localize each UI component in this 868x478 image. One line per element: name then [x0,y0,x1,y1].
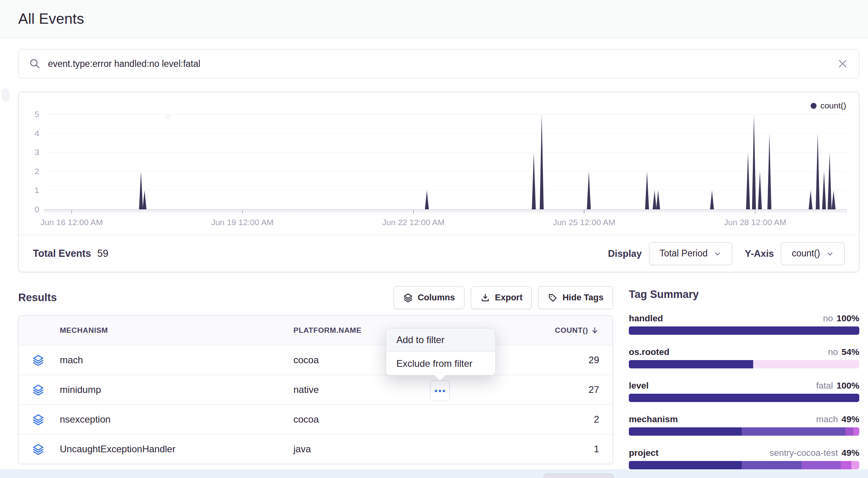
tag-top-value: no [823,313,833,324]
x-axis-tick-label: Jun 25 12:00 AM [553,218,615,227]
tag-bar-segment [853,427,859,436]
tag-name: project [629,448,659,458]
cell-platform-name[interactable]: cocoa [293,414,508,425]
cell-mechanism[interactable]: nsexception [60,414,293,425]
chart-spike [143,190,147,209]
results-table-body: machcocoa29 minidumpnative27 nsexception… [19,345,613,464]
events-chart[interactable]: 012345Jun 16 12:00 AMJun 19 12:00 AMJun … [19,92,859,235]
tag-distribution-bar[interactable] [629,461,859,469]
column-header-count-sorted[interactable]: COUNT() [508,326,599,335]
display-label: Display [608,248,641,259]
hide-tags-button-label: Hide Tags [562,292,603,303]
y-axis-tick-label: 1 [34,186,39,195]
cell-platform-name[interactable]: java [293,444,508,455]
chart-canvas: 012345Jun 16 12:00 AMJun 19 12:00 AMJun … [19,92,859,235]
page-header: All Events [0,0,868,38]
dot-icon [439,390,441,392]
table-row[interactable]: nsexceptioncocoa2 [19,404,613,434]
tag-bar-segment [629,427,742,436]
y-axis-tick-label: 4 [34,129,39,138]
columns-button[interactable]: Columns [394,286,464,309]
tag-bar-segment [742,427,845,436]
table-row[interactable]: UncaughtExceptionHandlerjava1 [19,434,613,464]
display-select-value: Total Period [660,248,708,259]
tag-distribution-bar[interactable] [629,394,859,402]
chart-spike [425,190,429,209]
tag-bar-segment [629,360,753,368]
cell-count[interactable]: 1 [508,444,599,455]
stack-icon [32,443,60,455]
chart-legend-count[interactable]: count() [811,101,846,110]
cell-platform-name[interactable]: native [293,384,508,395]
search-icon [29,58,41,70]
stack-icon [32,354,60,366]
chart-spike [656,190,660,209]
results-heading: Results [18,292,57,304]
stack-icon [32,384,60,396]
tag-top-value: no [828,347,838,357]
tag-percent: 49% [841,414,859,425]
tag-icon [548,293,558,303]
tag-summary-row: levelfatal100% [629,380,859,402]
sort-desc-arrow-icon [590,326,599,335]
table-row[interactable]: machcocoa29 [19,345,613,375]
search-input[interactable] [48,59,837,69]
cell-count[interactable]: 2 [508,414,599,425]
tag-bar-segment [629,326,859,335]
clear-search-icon[interactable] [837,58,849,70]
menu-item-add-to-filter[interactable]: Add to filter [386,328,495,352]
tag-percent: 100% [836,313,859,324]
chart-spike [752,114,756,209]
download-icon [480,293,490,303]
x-axis-tick-label: Jun 19 12:00 AM [211,218,274,227]
cell-actions-ellipsis-button[interactable] [430,380,450,401]
export-button[interactable]: Export [471,286,532,309]
tag-top-value: mach [816,414,838,425]
table-row[interactable]: minidumpnative27 [19,375,613,404]
chart-spike [532,152,536,209]
tag-bar-segment [851,461,859,469]
chart-point-marker [167,116,170,119]
legend-dot-icon [811,103,817,109]
chevron-down-icon [714,250,721,258]
tag-percent: 100% [836,380,859,391]
tag-bar-segment [742,461,801,469]
cell-mechanism[interactable]: minidump [60,384,293,395]
total-events-value: 59 [97,248,108,259]
tag-distribution-bar[interactable] [629,360,859,368]
stack-icon [32,414,60,426]
tag-name: level [629,380,649,391]
events-chart-panel: 012345Jun 16 12:00 AMJun 19 12:00 AMJun … [18,92,859,272]
chevron-down-icon [826,250,834,258]
cell-mechanism[interactable]: mach [60,355,293,366]
pagination-button-cutoff[interactable] [544,474,613,478]
dot-icon [435,390,437,392]
x-axis-tick-label: Jun 22 12:00 AM [382,218,445,227]
x-axis-tick-label: Jun 16 12:00 AM [40,218,103,227]
chart-footer: Total Events 59 Display Total Period Y-A… [19,235,859,272]
tag-distribution-bar[interactable] [629,326,859,335]
hide-tags-button[interactable]: Hide Tags [538,286,613,309]
page-title: All Events [18,11,84,27]
chart-spike [653,190,657,209]
column-header-mechanism[interactable]: MECHANISM [60,326,293,335]
total-events-label: Total Events [33,248,91,259]
chart-spike [828,152,832,209]
x-axis-tick-label: Jun 28 12:00 AM [724,218,786,227]
cell-count[interactable]: 27 [508,384,599,395]
tag-bar-segment [801,461,841,469]
chart-spike [809,190,813,209]
cell-mechanism[interactable]: UncaughtExceptionHandler [60,444,293,455]
tag-name: handled [629,313,663,324]
cell-count[interactable]: 29 [508,355,599,366]
yaxis-select-value: count() [792,248,820,259]
tag-summary-panel: Tag Summary handledno100%os.rootedno54%l… [629,288,859,469]
tag-name: os.rooted [629,347,670,357]
chart-spike [710,190,714,209]
chart-spike [540,114,544,209]
sidebar-drag-handle[interactable] [3,89,8,100]
tag-distribution-bar[interactable] [629,427,859,436]
display-select[interactable]: Total Period [649,242,732,265]
search-bar[interactable] [18,49,859,78]
yaxis-select[interactable]: count() [781,242,845,265]
